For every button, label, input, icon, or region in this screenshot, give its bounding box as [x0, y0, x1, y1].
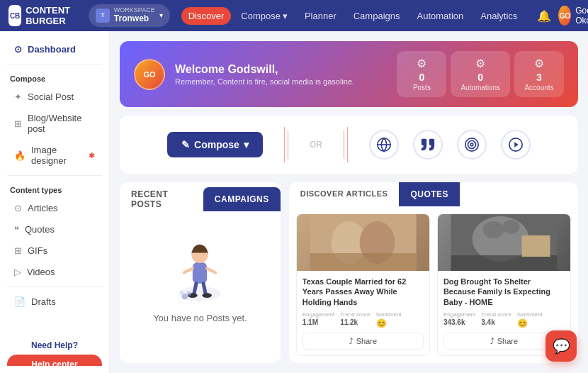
article-meta-2: Engagement 343.6k Trend score 3.4k Senti… [443, 311, 565, 328]
tab-quotes[interactable]: Quotes [399, 182, 460, 206]
share-icon-2: ⤴ [490, 337, 494, 345]
fire-badge-icon: ✱ [89, 151, 95, 160]
sidebar-item-videos[interactable]: ▷ Videos [4, 262, 105, 282]
compose-section: ✎ Compose ▾ OR [120, 116, 578, 174]
welcome-text: Welcome Godswill, Remember, Content is f… [175, 63, 354, 86]
main-layout: ⊙ Dashboard Compose ✦ Social Post ⊞ Blog… [0, 31, 588, 373]
sentiment-label-2: Sentiment [517, 311, 543, 318]
welcome-avatar: GO [134, 59, 165, 90]
workspace-label: WORKSPACE [114, 7, 155, 14]
automations-label: Automations [460, 84, 500, 91]
nav-campaigns[interactable]: Campaigns [346, 7, 407, 25]
compose-btn-arrow-icon: ▾ [244, 139, 249, 150]
bottom-panels: RECENT Posts Campaigns [120, 182, 578, 363]
dashboard-icon: ⊙ [14, 44, 22, 55]
welcome-banner: GO Welcome Godswill, Remember, Content i… [120, 41, 578, 107]
sidebar-item-drafts[interactable]: 📄 Drafts [4, 291, 105, 312]
sidebar-item-articles[interactable]: ⊙ Articles [4, 198, 105, 218]
quote-icon-btn[interactable] [413, 130, 443, 160]
sidebar-social-post-label: Social Post [28, 91, 74, 102]
chat-fab-button[interactable]: 💬 [545, 330, 577, 362]
trend-val-2: 3.4k [481, 318, 511, 326]
posts-gear-icon: ⚙ [417, 57, 426, 70]
discover-articles-grid: Texas Couple Married for 62 Years Passes… [289, 206, 578, 363]
sidebar-item-blog[interactable]: ⊞ Blog/Website post [4, 108, 105, 139]
sidebar-item-gifs[interactable]: ⊞ GIFs [4, 240, 105, 261]
empty-posts-text: You have no Posts yet. [153, 313, 247, 323]
tab-recent-posts[interactable]: RECENT Posts [120, 182, 203, 216]
workspace-chevron-icon: ▾ [159, 11, 163, 19]
user-name: Godswill Okoyomon [575, 6, 588, 26]
sidebar-item-dashboard[interactable]: ⊙ Dashboard [4, 39, 105, 60]
content-area: GO Welcome Godswill, Remember, Content i… [110, 31, 588, 373]
top-nav: CB CONTENT BURGER T WORKSPACE Tronweb ▾ … [0, 0, 588, 31]
tab-discover-articles[interactable]: Discover Articles [289, 182, 400, 206]
sentiment-icon-2: 😊 [517, 318, 543, 328]
gifs-icon: ⊞ [14, 245, 22, 256]
empty-illustration [168, 228, 232, 308]
posts-count: 0 [419, 72, 425, 83]
svg-point-26 [502, 220, 519, 234]
tab-campaigns[interactable]: Campaigns [203, 187, 281, 211]
sidebar-item-social-post[interactable]: ✦ Social Post [4, 87, 105, 107]
sidebar-image-designer-label: Image designer [31, 145, 83, 166]
trend-label-2: Trend score [481, 311, 511, 318]
sentiment-label-1: Sentiment [376, 311, 402, 318]
welcome-greeting: Welcome Godswill, [175, 63, 354, 76]
accounts-count: 3 [536, 72, 542, 83]
article-img-1 [297, 214, 429, 271]
article-body-1: Texas Couple Married for 62 Years Passes… [297, 271, 429, 355]
welcome-stats: ⚙ 0 Posts ⚙ 0 Automations ⚙ 3 Accounts [397, 51, 564, 97]
nav-analytics[interactable]: Analytics [473, 7, 524, 25]
sidebar-divider-2 [7, 175, 102, 176]
image-designer-icon: 🔥 [14, 150, 26, 161]
welcome-subtitle: Remember, Content is fire, social media … [175, 77, 354, 86]
nav-automation[interactable]: Automation [409, 7, 470, 25]
panel-header-recent: RECENT Posts Campaigns [120, 182, 281, 216]
sidebar-item-image-designer[interactable]: 🔥 Image designer ✱ [4, 140, 105, 171]
svg-point-2 [465, 138, 478, 151]
article-card-1: Texas Couple Married for 62 Years Passes… [296, 213, 430, 356]
sidebar-articles-label: Articles [28, 203, 58, 213]
svg-rect-27 [451, 255, 557, 271]
sidebar: ⊙ Dashboard Compose ✦ Social Post ⊞ Blog… [0, 31, 110, 373]
sidebar-videos-label: Videos [27, 267, 55, 277]
automations-count: 0 [477, 72, 483, 83]
drafts-icon: 📄 [14, 296, 26, 307]
article-title-1: Texas Couple Married for 62 Years Passes… [303, 277, 424, 307]
nav-planner[interactable]: Planner [298, 7, 344, 25]
svg-point-17 [187, 291, 192, 296]
globe-icon-btn[interactable] [369, 130, 399, 160]
nav-links: Discover Compose ▾ Planner Campaigns Aut… [181, 7, 525, 25]
share-btn-1[interactable]: ⤴ Share [303, 333, 424, 350]
help-center-button[interactable]: Help center [7, 355, 102, 366]
svg-point-15 [203, 293, 213, 298]
svg-rect-8 [193, 262, 207, 284]
sidebar-divider-3 [7, 286, 102, 287]
notifications-icon[interactable]: 🔔 [537, 9, 551, 23]
circle-target-icon-btn[interactable] [457, 130, 487, 160]
social-post-icon: ✦ [14, 91, 22, 102]
sidebar-item-quotes[interactable]: ❝ Quotes [4, 219, 105, 240]
nav-compose[interactable]: Compose ▾ [234, 7, 295, 25]
user-menu[interactable]: GO Godswill Okoyomon ▾ [558, 6, 588, 26]
play-icon-btn[interactable] [501, 130, 531, 160]
quotes-icon: ❝ [14, 224, 19, 235]
app-logo[interactable]: CB CONTENT BURGER [9, 5, 79, 26]
accounts-gear-icon: ⚙ [534, 57, 544, 70]
nav-discover[interactable]: Discover [181, 7, 232, 25]
compose-icons [369, 130, 531, 160]
svg-rect-28 [521, 235, 550, 257]
article-img-2 [438, 214, 570, 271]
compose-button[interactable]: ✎ Compose ▾ [167, 132, 263, 157]
trend-val-1: 11.2k [340, 318, 370, 326]
workspace-selector[interactable]: T WORKSPACE Tronweb ▾ [89, 4, 170, 26]
article-meta-1: Engagement 1.1M Trend score 11.2k Sentim… [303, 311, 424, 328]
article-title-2: Dog Brought To Shelter Because Family Is… [443, 277, 565, 307]
sidebar-compose-title: Compose [0, 69, 109, 86]
stat-posts: ⚙ 0 Posts [397, 51, 446, 97]
compose-btn-label: Compose [194, 139, 239, 150]
compose-chevron-icon: ▾ [283, 11, 288, 21]
svg-line-11 [208, 269, 216, 273]
share-icon-1: ⤴ [349, 337, 354, 345]
